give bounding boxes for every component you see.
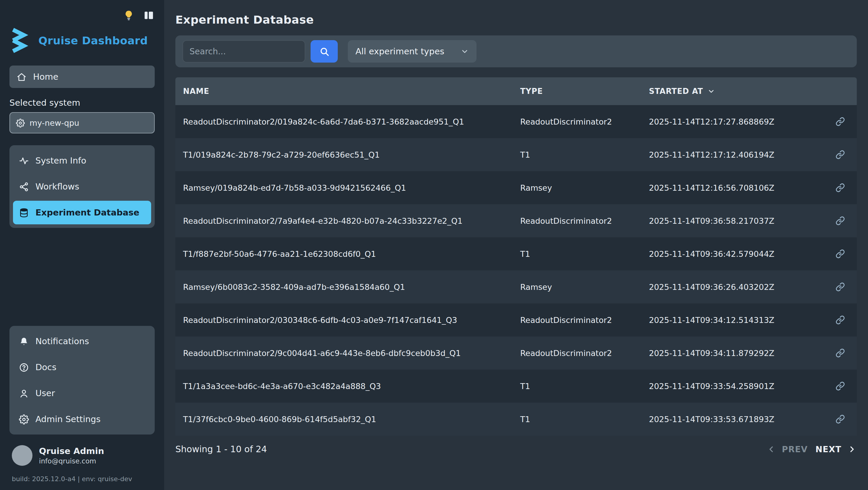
link-icon xyxy=(836,348,845,358)
bell-icon xyxy=(19,336,29,346)
chevron-down-icon xyxy=(461,47,469,56)
sidebar-item-label: Workflows xyxy=(35,182,79,191)
prev-page-button[interactable]: PREV xyxy=(767,445,808,454)
sidebar-item-docs[interactable]: Docs xyxy=(13,356,151,379)
table-row: ReadoutDiscriminator2/7a9af4e4-e32b-4820… xyxy=(175,204,857,237)
cell-experiment-name: T1/1a3a3cee-bd6c-4e3a-a670-e3c482a4a888_… xyxy=(175,381,520,391)
cell-started-at: 2025-11-14T09:36:42.579044Z xyxy=(649,249,824,258)
sidebar-collapse-button[interactable] xyxy=(143,9,155,21)
brand-title: Qruise Dashboard xyxy=(38,34,148,47)
open-experiment-link[interactable] xyxy=(836,282,845,292)
sidebar-item-label: Admin Settings xyxy=(35,415,101,424)
cell-started-at: 2025-11-14T09:36:26.403202Z xyxy=(649,282,824,292)
prev-label: PREV xyxy=(782,445,808,454)
sidebar-item-label: User xyxy=(35,389,55,398)
cell-experiment-type: ReadoutDiscriminator2 xyxy=(520,315,649,325)
sidebar-topbar xyxy=(9,8,155,23)
cell-started-at: 2025-11-14T09:34:12.514313Z xyxy=(649,315,824,325)
open-experiment-link[interactable] xyxy=(836,315,845,325)
layout-toggle-icon xyxy=(143,9,155,21)
experiments-table: NAME TYPE STARTED AT ReadoutDiscriminato… xyxy=(175,77,857,436)
open-experiment-link[interactable] xyxy=(836,117,845,126)
sidebar-item-label: Docs xyxy=(35,363,56,372)
secondary-nav: Notifications Docs User xyxy=(9,326,155,434)
activity-icon xyxy=(19,156,29,165)
cell-experiment-type: T1 xyxy=(520,415,649,424)
pagination-bar: Showing 1 - 10 of 24 PREV NEXT xyxy=(175,436,857,463)
link-icon xyxy=(836,117,845,126)
table-body: ReadoutDiscriminator2/019a824c-6a6d-7da6… xyxy=(175,105,857,436)
sidebar-item-system-info[interactable]: System Info xyxy=(13,149,151,173)
open-experiment-link[interactable] xyxy=(836,183,845,192)
experiment-type-filter-value: All experiment types xyxy=(355,47,444,56)
open-experiment-link[interactable] xyxy=(836,216,845,225)
sidebar-item-experiment-database[interactable]: Experiment Database xyxy=(13,201,151,224)
cell-started-at: 2025-11-14T12:17:27.868869Z xyxy=(649,117,824,126)
next-page-button[interactable]: NEXT xyxy=(815,445,857,454)
table-header: NAME TYPE STARTED AT xyxy=(175,77,857,105)
experiment-type-filter[interactable]: All experiment types xyxy=(348,40,477,63)
search-icon xyxy=(319,47,329,56)
cell-started-at: 2025-11-14T12:16:56.708106Z xyxy=(649,183,824,192)
cell-started-at: 2025-11-14T09:36:58.217037Z xyxy=(649,216,824,225)
cell-experiment-name: T1/37f6cbc0-9be0-4600-869b-614f5d5abf32_… xyxy=(175,415,520,424)
open-experiment-link[interactable] xyxy=(836,415,845,424)
cell-experiment-type: Ramsey xyxy=(520,183,649,192)
system-select-value: my-new-qpu xyxy=(30,118,80,127)
cell-experiment-name: ReadoutDiscriminator2/030348c6-6dfb-4c03… xyxy=(175,315,520,325)
cell-experiment-type: T1 xyxy=(520,249,649,258)
user-info: Qruise Admin info@qruise.com xyxy=(9,445,155,466)
link-icon xyxy=(836,415,845,424)
cell-experiment-type: Ramsey xyxy=(520,282,649,292)
cell-experiment-name: Ramsey/019a824b-ed7d-7b58-a033-9d9421562… xyxy=(175,183,520,192)
search-input[interactable] xyxy=(182,40,305,63)
cell-started-at: 2025-11-14T09:34:11.879292Z xyxy=(649,348,824,358)
user-name: Qruise Admin xyxy=(39,446,104,457)
pagination-summary: Showing 1 - 10 of 24 xyxy=(175,444,267,455)
avatar xyxy=(12,445,32,466)
table-row: T1/f887e2bf-50a6-4776-aa21-1e62308cd6f0_… xyxy=(175,237,857,270)
open-experiment-link[interactable] xyxy=(836,348,845,358)
sidebar-item-label: Experiment Database xyxy=(35,208,140,217)
cell-experiment-type: T1 xyxy=(520,150,649,159)
column-header-type: TYPE xyxy=(520,87,649,96)
toolbar: All experiment types xyxy=(175,35,857,67)
sort-chevron-down-icon xyxy=(707,87,715,95)
theme-toggle-button[interactable] xyxy=(123,9,135,21)
sidebar-item-notifications[interactable]: Notifications xyxy=(13,330,151,353)
column-header-started-at[interactable]: STARTED AT xyxy=(649,87,824,96)
sidebar-item-user[interactable]: User xyxy=(13,381,151,405)
cell-experiment-type: ReadoutDiscriminator2 xyxy=(520,117,649,126)
table-row: T1/37f6cbc0-9be0-4600-869b-614f5d5abf32_… xyxy=(175,403,857,436)
app: Qruise Dashboard Home Selected system my… xyxy=(0,0,868,490)
gear-icon xyxy=(16,118,25,127)
lightbulb-icon xyxy=(123,9,135,21)
table-row: ReadoutDiscriminator2/030348c6-6dfb-4c03… xyxy=(175,303,857,337)
table-row: T1/019a824c-2b78-79c2-a729-20ef6636ec51_… xyxy=(175,138,857,171)
system-select[interactable]: my-new-qpu xyxy=(9,112,155,133)
sidebar-item-admin-settings[interactable]: Admin Settings xyxy=(13,407,151,431)
table-row: Ramsey/6b0083c2-3582-409a-ad7b-e396a1584… xyxy=(175,270,857,303)
cell-started-at: 2025-11-14T12:17:12.406194Z xyxy=(649,150,824,159)
link-icon xyxy=(836,150,845,159)
open-experiment-link[interactable] xyxy=(836,249,845,258)
cell-experiment-type: ReadoutDiscriminator2 xyxy=(520,216,649,225)
page-title: Experiment Database xyxy=(175,13,857,26)
open-experiment-link[interactable] xyxy=(836,381,845,391)
cell-started-at: 2025-11-14T09:33:53.671893Z xyxy=(649,415,824,424)
workflow-icon xyxy=(19,182,29,191)
sidebar-item-home[interactable]: Home xyxy=(9,65,155,88)
sidebar-item-workflows[interactable]: Workflows xyxy=(13,175,151,198)
open-experiment-link[interactable] xyxy=(836,150,845,159)
qruise-logo-icon xyxy=(9,27,32,54)
search-button[interactable] xyxy=(311,40,338,63)
sidebar-item-label: System Info xyxy=(35,156,86,165)
sidebar: Qruise Dashboard Home Selected system my… xyxy=(0,0,164,490)
main-content: Experiment Database All experiment types… xyxy=(164,0,868,490)
table-row: ReadoutDiscriminator2/9c004d41-a6c9-443e… xyxy=(175,337,857,370)
link-icon xyxy=(836,183,845,192)
link-icon xyxy=(836,249,845,258)
chevron-left-icon xyxy=(767,445,776,454)
cell-experiment-name: ReadoutDiscriminator2/9c004d41-a6c9-443e… xyxy=(175,348,520,358)
cell-experiment-name: Ramsey/6b0083c2-3582-409a-ad7b-e396a1584… xyxy=(175,282,520,292)
